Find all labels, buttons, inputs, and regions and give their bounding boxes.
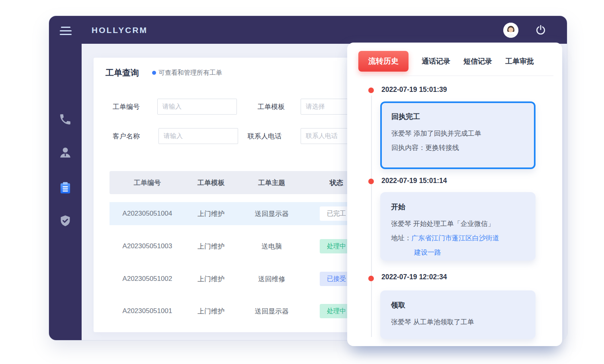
shield-check-icon <box>59 214 72 228</box>
sidebar-item-quality[interactable] <box>49 212 82 230</box>
col-header-order-id: 工单编号 <box>109 178 185 187</box>
timeline-card-address: 地址：广东省江门市蓬江区白沙街道建设一路 <box>391 231 525 260</box>
cell-order-id: A202305051002 <box>109 275 185 283</box>
phone-icon <box>59 113 72 126</box>
title-dot <box>152 71 156 75</box>
timeline-card-start[interactable]: 开始 张爱琴 开始处理工单「企业微信」 地址：广东省江门市蓬江区白沙街道建设一路 <box>380 192 536 261</box>
filter-label-customer: 客户名称 <box>113 132 140 141</box>
sidebar-item-workorders[interactable] <box>49 179 82 197</box>
avatar[interactable] <box>503 23 518 38</box>
cell-subject: 送回维修 <box>237 274 307 284</box>
timeline-card-claim[interactable]: 领取 张爱琴 从工单池领取了工单 <box>380 290 536 339</box>
tab-sms-records[interactable]: 短信记录 <box>463 56 492 66</box>
timeline-card-line: 张爱琴 从工单池领取了工单 <box>391 315 525 329</box>
timeline-dot <box>368 276 374 281</box>
clipboard-icon <box>58 181 72 195</box>
timeline-card-title: 领取 <box>391 300 525 310</box>
order-id-input[interactable] <box>157 99 237 115</box>
page-subtitle: 可查看和管理所有工单 <box>158 69 222 77</box>
timeline-card-title: 回执完工 <box>391 112 524 121</box>
timeline-timestamp: 2022-07-19 15:01:14 <box>381 177 447 185</box>
col-header-template: 工单模板 <box>185 178 237 187</box>
cell-subject: 送回显示器 <box>237 307 307 316</box>
timeline-card-line: 张爱琴 开始处理工单「企业微信」 <box>391 217 525 231</box>
power-icon[interactable] <box>535 25 546 36</box>
cell-order-id: A202305051001 <box>109 307 185 315</box>
timeline-card-line: 回执内容：更换转接线 <box>391 141 524 155</box>
timeline-line <box>371 95 372 337</box>
timeline-dot <box>368 179 374 184</box>
sidebar-item-calls[interactable] <box>49 111 82 128</box>
address-link[interactable]: 建设一路 <box>414 245 525 260</box>
timeline-card-title: 开始 <box>391 202 525 212</box>
hamburger-menu-icon[interactable] <box>60 27 72 37</box>
timeline-timestamp: 2022-07-19 15:01:39 <box>381 86 447 94</box>
tab-circulation-history[interactable]: 流转历史 <box>358 51 409 72</box>
cell-template: 上门维护 <box>185 242 237 251</box>
app-header: HOLLYCRM <box>49 16 567 44</box>
cell-order-id: A202305051003 <box>109 242 185 250</box>
filter-label-template: 工单模板 <box>258 102 285 111</box>
cell-template: 上门维护 <box>185 307 237 316</box>
col-header-subject: 工单主题 <box>237 178 307 187</box>
panel-tabs: 流转历史 通话记录 短信记录 工单审批 <box>358 51 554 72</box>
sidebar-item-customers[interactable] <box>49 144 82 162</box>
cell-subject: 送电脑 <box>237 242 307 251</box>
tab-workorder-approval[interactable]: 工单审批 <box>505 56 534 66</box>
address-link[interactable]: 广东省江门市蓬江区白沙街道 <box>411 234 499 242</box>
timeline-card-completed[interactable]: 回执完工 张爱琴 添加了回执并完成工单 回执内容：更换转接线 <box>380 101 536 169</box>
address-label: 地址： <box>391 234 411 242</box>
page-title: 工单查询 <box>106 67 139 78</box>
filter-label-order-id: 工单编号 <box>113 102 140 111</box>
brand-logo: HOLLYCRM <box>92 25 148 35</box>
tabs-divider <box>360 76 553 76</box>
sidebar <box>49 44 82 340</box>
filter-label-contact-phone: 联系人电话 <box>248 132 281 141</box>
history-panel: 流转历史 通话记录 短信记录 工单审批 2022-07-19 15:01:39 … <box>347 43 562 346</box>
cell-template: 上门维护 <box>185 274 237 284</box>
cell-subject: 送回显示器 <box>237 209 307 218</box>
timeline-dot <box>368 88 374 93</box>
user-icon <box>58 146 72 160</box>
timeline-card-line: 张爱琴 添加了回执并完成工单 <box>391 127 524 141</box>
cell-order-id: A202305051004 <box>109 210 185 218</box>
cell-template: 上门维护 <box>185 209 237 218</box>
timeline-timestamp: 2022-07-19 12:02:34 <box>381 273 447 281</box>
customer-name-input[interactable] <box>158 128 238 144</box>
tab-call-records[interactable]: 通话记录 <box>422 56 450 66</box>
